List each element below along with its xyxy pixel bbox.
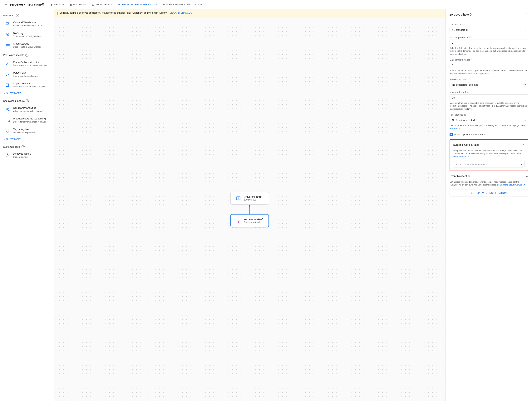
tag-recognizer-icon xyxy=(5,128,11,134)
attach-metadata-checkbox[interactable] xyxy=(450,133,453,136)
pubsub-topic-select[interactable] xyxy=(453,161,525,167)
setup-event-nav-button[interactable]: ✦ SET UP EVENT NOTIFICATION xyxy=(116,2,159,7)
max-nodes-help: Enter a number equal to or greater than … xyxy=(450,69,528,75)
object-detector-icon xyxy=(5,82,11,88)
discard-changes-link[interactable]: DISCARD CHANGES xyxy=(170,12,192,14)
sidebar-item-bigquery[interactable]: BigQuery Store structured insights data xyxy=(1,30,52,40)
center-canvas: ℹ Currently editing a deployed applicati… xyxy=(54,9,445,401)
specialized-header: Specialized models ? xyxy=(0,98,54,104)
flow-canvas: Universal input 100 sources xyxy=(54,18,445,401)
panel-body: Machine type * n1-standard-8 n1-standard… xyxy=(446,20,532,200)
flow-connector xyxy=(249,204,251,214)
custom-help-icon[interactable]: ? xyxy=(22,145,25,148)
person-blur-icon xyxy=(5,71,11,77)
post-processing-select-wrapper: No function selected xyxy=(450,117,528,123)
occupancy-icon xyxy=(5,106,11,112)
specialized-help-icon[interactable]: ? xyxy=(26,99,29,102)
main-layout: Data sinks ? Vision AI Warehouse Assets … xyxy=(0,9,532,401)
min-nodes-field: Min compute nodes * 1 Default is 1. If s… xyxy=(450,36,528,56)
show-more-pretrained[interactable]: ▼ SHOW MORE xyxy=(0,90,54,96)
max-fps-help: Maximum frames per second to send predic… xyxy=(450,102,528,111)
event-notification-section: Event Notification ∧ Get alerted when ce… xyxy=(450,174,528,197)
back-button[interactable]: ← xyxy=(3,2,8,7)
left-sidebar: Data sinks ? Vision AI Warehouse Assets … xyxy=(0,9,54,401)
pretrained-help-icon[interactable]: ? xyxy=(25,54,28,57)
accelerator-select[interactable]: No accelerator selected NVIDIA Tesla T4 … xyxy=(450,82,528,88)
max-nodes-input[interactable]: 3 xyxy=(450,62,528,68)
sidebar-item-vision-ai[interactable]: Vision AI Warehouse Assets stored on Goo… xyxy=(1,19,52,29)
svg-rect-2 xyxy=(6,44,9,45)
custom-model-icon xyxy=(5,152,11,158)
max-fps-field: Max prediction fps * 10 Maximum frames p… xyxy=(450,91,528,111)
machine-type-select[interactable]: n1-standard-8 n1-standard-4 n1-standard-… xyxy=(450,27,528,33)
vision-ai-icon xyxy=(5,21,11,27)
universal-input-icon xyxy=(235,195,241,201)
svg-point-5 xyxy=(7,73,8,74)
setup-event-nav-icon: ✦ xyxy=(118,3,120,6)
panel-header: zeroeyes-fake-0 ⋮ xyxy=(446,9,532,20)
zeroeyes-node-icon xyxy=(235,218,242,224)
learn-events-link[interactable]: Learn more about Pub/Sub ↗ xyxy=(497,184,525,186)
accelerator-select-wrapper: No accelerator selected NVIDIA Tesla T4 … xyxy=(450,82,528,88)
info-banner: ℹ Currently editing a deployed applicati… xyxy=(54,9,445,18)
machine-type-select-wrapper: n1-standard-8 n1-standard-4 n1-standard-… xyxy=(450,27,528,33)
more-options-icon[interactable]: ⋮ xyxy=(524,12,528,17)
svg-point-11 xyxy=(6,130,7,130)
bigquery-icon xyxy=(5,31,11,38)
sidebar-item-person-blur[interactable]: Person blur Anonymize human figures xyxy=(1,69,52,80)
dynamic-config-title: Dynamic Configuration xyxy=(453,143,480,146)
right-panel: zeroeyes-fake-0 ⋮ Machine type * n1-stan… xyxy=(445,9,532,401)
dynamic-config-section: Dynamic Configuration ∧ The processor wi… xyxy=(450,139,528,171)
dynamic-config-text: The processor will subscribe to selected… xyxy=(453,149,525,158)
sidebar-item-object-detector[interactable]: Object detector Draw boxes around known … xyxy=(1,80,52,90)
event-notification-collapse-icon[interactable]: ∧ xyxy=(526,174,528,178)
view-details-button[interactable]: ⊞ VIEW DETAILS xyxy=(90,2,115,7)
universal-input-node[interactable]: Universal input 100 sources xyxy=(230,192,269,204)
sidebar-item-occupancy[interactable]: Occupancy analytics Advanced person/vehi… xyxy=(1,104,52,115)
sidebar-item-product-recognize[interactable]: Product recognize (streaming) Detect ite… xyxy=(1,115,52,125)
sidebar-item-tag-recognizer[interactable]: Tag recognizer Identifies retail product… xyxy=(1,126,52,136)
dynamic-config-collapse-icon[interactable]: ∧ xyxy=(522,143,525,147)
show-more-specialized[interactable]: ▼ SHOW MORE xyxy=(0,136,54,142)
accelerator-type-field: Accelerator type No accelerator selected… xyxy=(450,78,528,88)
sidebar-item-cloud-storage[interactable]: Cloud Storage Store results to Cloud Sto… xyxy=(1,40,52,50)
data-sinks-help-icon[interactable]: ? xyxy=(16,14,19,17)
sidebar-item-person-vehicle[interactable]: Person/vehicle detector Draw boxes aroun… xyxy=(1,59,52,69)
panel-title: zeroeyes-fake-0 xyxy=(450,13,472,16)
deploy-button[interactable]: ▶ DEPLOY xyxy=(49,2,66,7)
sidebar-item-zeroeyes-fake[interactable]: zeroeyes-fake-0 Custom-trained xyxy=(1,150,52,160)
top-nav: ← zeroeyes-integration-0 ▶ DEPLOY ◼ UNDE… xyxy=(0,0,532,9)
max-fps-input[interactable]: 10 xyxy=(450,94,528,101)
attach-metadata-label: Attach application metadata xyxy=(454,133,485,136)
svg-point-10 xyxy=(8,120,9,121)
pubsub-select-wrapper: Select a Cloud Pub/Sub topic * xyxy=(453,161,525,167)
svg-point-14 xyxy=(238,220,239,222)
attach-metadata-row: Attach application metadata xyxy=(450,133,528,136)
view-output-button[interactable]: ✦ VIEW OUTPUT VISUALIZATION xyxy=(160,2,205,7)
data-sinks-header: Data sinks ? xyxy=(0,12,54,19)
max-nodes-field: Max compute nodes * 3 Enter a number equ… xyxy=(450,59,528,75)
event-notification-text: Get alerted when certain model events oc… xyxy=(450,180,528,186)
deploy-icon: ▶ xyxy=(51,3,53,6)
nav-actions: ▶ DEPLOY ◼ UNDEPLOY ⊞ VIEW DETAILS ✦ SET… xyxy=(49,2,205,7)
svg-rect-0 xyxy=(6,23,9,25)
svg-rect-6 xyxy=(6,83,9,86)
min-nodes-help: Default is 1. If set to 1 or more, then … xyxy=(450,47,528,56)
machine-type-field: Machine type * n1-standard-8 n1-standard… xyxy=(450,23,528,33)
svg-point-8 xyxy=(7,108,8,109)
zeroeyes-node[interactable]: zeroeyes-fake-0 Custom-trained xyxy=(230,214,269,227)
undeploy-button[interactable]: ◼ UNDEPLOY xyxy=(67,2,89,7)
pretrained-header: Pre-trained models ? xyxy=(0,52,54,58)
flow-diagram: Universal input 100 sources xyxy=(230,192,269,227)
event-notification-title: Event Notification xyxy=(450,175,470,178)
svg-rect-3 xyxy=(6,45,9,46)
setup-event-button[interactable]: SET UP EVENT NOTIFICATION xyxy=(450,190,528,197)
post-processing-select[interactable]: No function selected xyxy=(450,117,528,123)
undeploy-icon: ◼ xyxy=(70,3,72,6)
cloud-storage-icon xyxy=(5,42,11,48)
person-vehicle-icon xyxy=(5,61,11,67)
min-nodes-input[interactable]: 1 xyxy=(450,40,528,46)
info-icon: ℹ xyxy=(57,11,58,16)
view-output-icon: ✦ xyxy=(163,3,165,6)
app-title: zeroeyes-integration-0 xyxy=(10,2,44,6)
